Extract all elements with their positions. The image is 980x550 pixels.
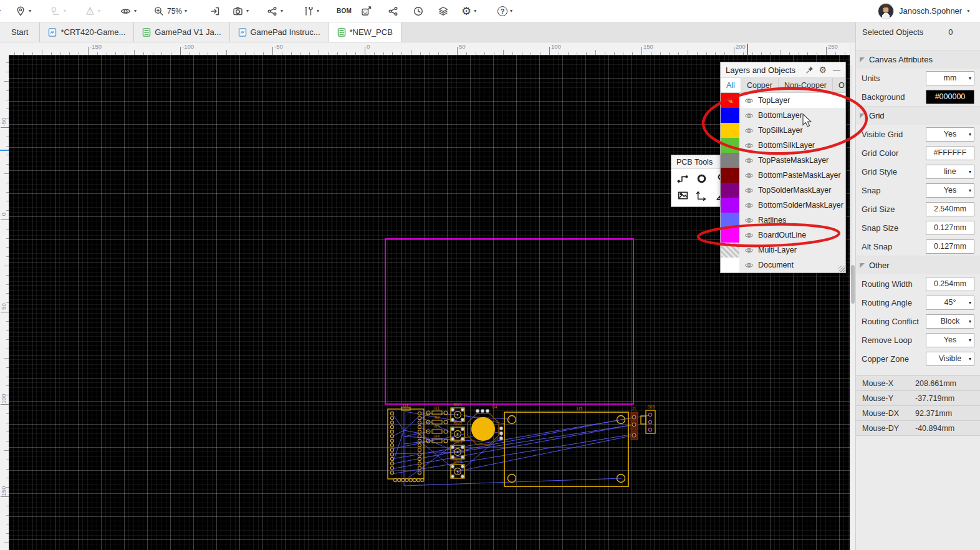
- layer-color-swatch[interactable]: [721, 198, 739, 213]
- layers-tab-non-copper[interactable]: Non-Copper: [779, 78, 833, 92]
- layer-color-swatch[interactable]: [721, 153, 739, 168]
- grid-style-dropdown[interactable]: line▾: [926, 165, 974, 179]
- section-header-grid[interactable]: Grid: [856, 106, 980, 125]
- layer-settings-gear-icon[interactable]: ⚙: [819, 65, 827, 75]
- canvas-vertical-scrollbar[interactable]: [850, 42, 855, 550]
- layer-row-ratlines[interactable]: Ratlines: [721, 213, 845, 228]
- layer-row-toppastemasklayer[interactable]: TopPasteMaskLayer: [721, 153, 845, 168]
- layer-row-topsoldermasklayer[interactable]: TopSolderMaskLayer: [721, 183, 845, 198]
- selected-objects-count: 0: [948, 27, 953, 37]
- settings-button[interactable]: ⚙ ▾: [461, 0, 476, 22]
- eye-visibility-icon[interactable]: [739, 247, 756, 254]
- eye-visibility-icon[interactable]: [739, 217, 756, 224]
- grid-size-field[interactable]: 2.540mm: [926, 202, 974, 216]
- eye-visibility-icon[interactable]: [739, 127, 756, 134]
- eye-visibility-icon[interactable]: [739, 142, 756, 149]
- eye-visibility-icon[interactable]: [739, 232, 756, 239]
- section-title: Grid: [869, 111, 885, 120]
- routing-angle-dropdown[interactable]: 45°▾: [926, 296, 974, 310]
- zoom-control[interactable]: 75% ▾: [153, 0, 187, 22]
- copper-zone-dropdown[interactable]: Visible▾: [926, 352, 974, 366]
- eye-visibility-icon[interactable]: [739, 112, 756, 119]
- tab-crt420-game[interactable]: *CRT420-Game...: [40, 22, 134, 42]
- layer-color-swatch[interactable]: [721, 213, 739, 228]
- export-gerber-button[interactable]: G: [360, 0, 372, 22]
- visible-grid-dropdown[interactable]: Yes▾: [926, 127, 974, 142]
- attr-row-background: Background#000000: [856, 87, 980, 106]
- eye-visibility-icon[interactable]: [739, 187, 756, 194]
- layer-row-topsilklayer[interactable]: TopSilkLayer: [721, 123, 845, 138]
- eye-visibility-icon[interactable]: [739, 157, 756, 164]
- circle-tool-icon[interactable]: [696, 173, 708, 185]
- layers-tab-copper[interactable]: Copper: [741, 78, 779, 92]
- layers-tab-others[interactable]: Others: [833, 78, 845, 92]
- history-button[interactable]: [413, 0, 424, 22]
- layer-manager-button[interactable]: [438, 0, 449, 22]
- minimize-icon[interactable]: —: [833, 65, 840, 74]
- units-dropdown[interactable]: mm▾: [926, 71, 974, 85]
- dimension-tool-icon[interactable]: [696, 190, 708, 201]
- alt-snap-field[interactable]: 0.127mm: [926, 239, 974, 254]
- layer-color-swatch[interactable]: [721, 138, 739, 153]
- user-avatar[interactable]: [878, 3, 894, 19]
- routing-width-field[interactable]: 0.254mm: [926, 277, 974, 291]
- mouse-row-mouse-y: Mouse-Y-37.719mm: [856, 391, 980, 406]
- cut-dropdown-caret[interactable]: ▾: [0, 0, 1, 22]
- share-button[interactable]: ▾: [267, 0, 283, 22]
- attr-label: Copper Zone: [862, 354, 926, 364]
- layer-color-swatch[interactable]: [721, 123, 739, 138]
- layer-row-multi-layer[interactable]: Multi-Layer: [721, 243, 845, 258]
- share-project-button[interactable]: [388, 0, 399, 22]
- layer-color-swatch[interactable]: [721, 183, 739, 198]
- layer-color-swatch[interactable]: [721, 108, 739, 123]
- schematic-doc-icon: [238, 28, 247, 37]
- eye-visibility-icon[interactable]: [739, 262, 756, 269]
- eye-visibility-icon[interactable]: [739, 97, 756, 104]
- layer-color-swatch[interactable]: [721, 168, 739, 183]
- help-button[interactable]: ? ▾: [497, 0, 512, 22]
- zoom-level[interactable]: 75%: [167, 7, 182, 16]
- background-field[interactable]: #000000: [926, 90, 974, 104]
- layer-row-bottomsilklayer[interactable]: BottomSilkLayer: [721, 138, 845, 153]
- snap-dropdown[interactable]: Yes▾: [926, 183, 974, 198]
- section-header-canvas-attributes[interactable]: Canvas Attributes: [856, 50, 980, 69]
- layers-tab-all[interactable]: All: [721, 78, 741, 92]
- layer-row-document[interactable]: Document: [721, 258, 845, 273]
- pin-icon[interactable]: [805, 66, 814, 74]
- attr-label: Snap Size: [862, 223, 926, 233]
- layer-row-bottompastemasklayer[interactable]: BottomPasteMaskLayer: [721, 168, 845, 183]
- layer-color-swatch[interactable]: ✎: [721, 93, 739, 108]
- tab-start[interactable]: Start: [0, 22, 40, 42]
- layer-row-boardoutline[interactable]: BoardOutLine: [721, 228, 845, 243]
- panel-resize-handle[interactable]: [838, 266, 845, 272]
- routing-conflict-dropdown[interactable]: Block▾: [926, 314, 974, 329]
- grid-color-field[interactable]: #FFFFFF: [926, 146, 974, 160]
- tab-gamepad-v1-ja[interactable]: GamePad V1 Ja...: [134, 22, 229, 42]
- tab-gamepad-instruc[interactable]: GamePad Instruc...: [230, 22, 329, 42]
- import-button[interactable]: [209, 0, 221, 22]
- layers-panel[interactable]: Layers and Objects ⚙ — AllCopperNon-Copp…: [720, 62, 846, 273]
- visibility-button[interactable]: ▾: [120, 0, 137, 22]
- attr-label: Snap: [862, 186, 926, 195]
- user-menu[interactable]: Janosch.Spohner ▾: [878, 0, 969, 22]
- layer-row-toplayer[interactable]: ✎TopLayer: [721, 93, 845, 108]
- location-pin-button[interactable]: ▾: [15, 0, 31, 22]
- tab-new-pcb[interactable]: *NEW_PCB: [329, 22, 401, 42]
- layer-color-swatch[interactable]: [721, 228, 739, 243]
- snap-size-field[interactable]: 0.127mm: [926, 221, 974, 235]
- scrollbar-thumb[interactable]: [851, 265, 855, 304]
- image-tool-icon[interactable]: [677, 190, 689, 201]
- bom-button[interactable]: BOM: [337, 0, 352, 22]
- remove-loop-dropdown[interactable]: Yes▾: [926, 333, 974, 347]
- layer-row-bottomsoldermasklayer[interactable]: BottomSolderMaskLayer: [721, 198, 845, 213]
- track-tool-icon[interactable]: [677, 173, 689, 185]
- layer-name: BoardOutLine: [756, 231, 806, 239]
- snapshot-button[interactable]: ▾: [232, 0, 249, 22]
- section-header-other[interactable]: Other: [856, 256, 980, 274]
- layer-color-swatch[interactable]: [721, 258, 739, 273]
- eye-visibility-icon[interactable]: [739, 172, 756, 179]
- layer-row-bottomlayer[interactable]: BottomLayer: [721, 108, 845, 123]
- tools-button[interactable]: ▾: [303, 0, 319, 22]
- layer-color-swatch[interactable]: [721, 243, 739, 258]
- eye-visibility-icon[interactable]: [739, 202, 756, 209]
